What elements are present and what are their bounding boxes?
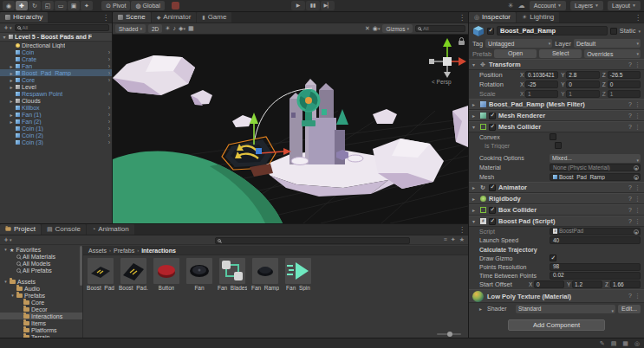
object-picker-icon[interactable]: ◉ (634, 165, 639, 171)
scale-x-field[interactable]: 1 (525, 90, 558, 98)
prefab-open-arrow-icon[interactable]: › (108, 105, 110, 111)
script-field[interactable]: #BoostPad◉ (550, 228, 641, 235)
hierarchy-item[interactable]: Directional Light (0, 42, 112, 48)
foldout-icon[interactable]: ▾ (2, 34, 7, 40)
prefab-open-arrow-icon[interactable]: › (108, 119, 110, 125)
help-icon[interactable]: ? (628, 293, 632, 300)
foldout-icon[interactable]: ▸ (9, 119, 14, 125)
hierarchy-item[interactable]: ▸ Fan › (0, 62, 112, 69)
foldout-icon[interactable]: ▸ (472, 113, 478, 119)
hierarchy-item[interactable]: Respawn Point › (0, 90, 112, 97)
help-icon[interactable]: ? (628, 113, 632, 119)
hierarchy-item[interactable]: Coin (2) › (0, 132, 112, 139)
panel-menu-icon[interactable]: ⋮ (459, 226, 465, 234)
rect-tool-button[interactable]: ▭ (55, 1, 67, 10)
global-toggle-button[interactable]: ◍Global (131, 1, 164, 10)
folder-tree-item[interactable]: Audio (0, 285, 82, 292)
foldout-icon[interactable]: ▸ (472, 184, 478, 190)
prefab-open-arrow-icon[interactable]: › (108, 63, 110, 69)
foldout-icon[interactable]: ▸ (472, 207, 478, 213)
hierarchy-item[interactable]: ▸ Level (0, 83, 112, 90)
hierarchy-item[interactable]: Coin (1) › (0, 125, 112, 132)
tab-lighting[interactable]: ☀Lighting (517, 12, 559, 23)
tab-animation[interactable]: ◔Animation (87, 223, 134, 235)
rigidbody-component-header[interactable]: ▸ Rigidbody ?⋮ (469, 193, 644, 204)
status-activity-icon[interactable]: ✎ (600, 340, 605, 347)
hierarchy-item[interactable]: Killbox › (0, 104, 112, 111)
launch-speed-field[interactable]: 40 (550, 236, 641, 244)
tab-inspector[interactable]: ◎Inspector (469, 12, 516, 23)
prefab-open-arrow-icon[interactable]: › (108, 112, 110, 118)
position-y-field[interactable]: 2.8 (566, 71, 599, 79)
mesh-renderer-component-header[interactable]: ▸ Mesh Renderer ?⋮ (469, 110, 644, 121)
foldout-icon[interactable]: ▸ (472, 196, 478, 202)
panel-menu-icon[interactable]: ⋮ (102, 14, 109, 22)
folder-tree-item[interactable]: Interactions (0, 313, 82, 319)
search-by-label-icon[interactable]: ✦ (451, 236, 456, 243)
scale-y-field[interactable]: 1 (566, 90, 599, 98)
prefab-open-arrow-icon[interactable]: › (108, 70, 110, 76)
scene-lighting-toggle-icon[interactable]: ☀ (165, 24, 170, 33)
tab-animator[interactable]: ◆Animator (152, 12, 197, 23)
folder-tree-item[interactable]: All Models (0, 260, 82, 267)
hierarchy-item[interactable]: ▸ Fan (2) › (0, 118, 112, 125)
gizmos-dropdown[interactable]: Gizmos▾ (382, 24, 413, 33)
prefab-open-arrow-icon[interactable]: › (108, 132, 110, 139)
start-offset-y-field[interactable]: 1.2 (572, 280, 602, 288)
convex-checkbox[interactable] (550, 133, 556, 140)
draw-gizmo-checkbox[interactable] (550, 255, 556, 261)
create-button[interactable]: ＋▾ (3, 23, 12, 32)
help-icon[interactable]: ? (628, 218, 632, 225)
component-enabled-checkbox[interactable] (489, 124, 496, 131)
asset-item[interactable]: Fan_Spin (284, 258, 312, 291)
foldout-icon[interactable]: ▸ (472, 101, 478, 107)
account-dropdown[interactable]: Account▼ (530, 1, 566, 10)
scene-3d-viewport[interactable]: < Persp (113, 35, 468, 223)
foldout-icon[interactable]: ▸ (9, 77, 14, 83)
layer-dropdown[interactable]: Default (574, 39, 641, 48)
tab-console[interactable]: ▤Console (42, 223, 86, 235)
help-icon[interactable]: ? (628, 184, 632, 191)
prefab-open-arrow-icon[interactable]: › (108, 77, 110, 83)
foldout-icon[interactable]: ▸ (9, 63, 14, 69)
shader-dropdown[interactable]: Standard (516, 305, 615, 313)
physic-material-field[interactable]: None (Physic Material)◉ (550, 164, 641, 171)
menu-icon[interactable]: ⋮ (634, 61, 641, 68)
time-between-points-field[interactable]: 0.02 (550, 272, 641, 280)
step-button[interactable]: ▶▏ (321, 1, 335, 10)
shader-edit-button[interactable]: Edit... (618, 305, 641, 313)
component-enabled-checkbox[interactable] (489, 207, 496, 214)
tab-hierarchy[interactable]: Hierarchy (0, 12, 48, 23)
hierarchy-item[interactable]: ▸ Clouds (0, 97, 112, 104)
mesh-collider-component-header[interactable]: ▾ Mesh Collider ?⋮ (469, 121, 644, 132)
menu-icon[interactable]: ⋮ (634, 293, 641, 300)
mesh-field[interactable]: Boost_Pad_Ramp◉ (550, 173, 641, 181)
thumbnail-zoom-knob[interactable] (447, 332, 452, 337)
box-collider-component-header[interactable]: ▸ Box Collider ?⋮ (469, 204, 644, 216)
position-z-field[interactable]: -26.5 (608, 71, 641, 79)
favorites-toggle-icon[interactable]: ★ (459, 236, 465, 243)
draw-mode-dropdown[interactable]: Shaded▾ (115, 24, 146, 33)
transform-component-header[interactable]: ▾ ✥ Transform ?⋮ (469, 59, 644, 70)
object-picker-icon[interactable]: ◉ (634, 229, 639, 235)
prefab-open-arrow-icon[interactable]: › (108, 91, 110, 97)
foldout-icon[interactable]: ▸ (479, 306, 485, 312)
camera-settings-icon[interactable]: ◉▾ (373, 24, 381, 33)
is-trigger-checkbox[interactable] (555, 142, 562, 149)
prefab-select-button[interactable]: Select (539, 49, 582, 58)
help-icon[interactable]: ? (628, 61, 632, 68)
cloud-icon[interactable]: ☁ (518, 1, 525, 10)
asset-item[interactable]: Fan_Ramp (251, 258, 279, 291)
menu-icon[interactable]: ⋮ (634, 184, 641, 191)
foldout-icon[interactable]: ▸ (9, 98, 14, 104)
hierarchy-item[interactable]: ▸ Core › (0, 76, 112, 83)
menu-icon[interactable]: ⋮ (634, 113, 641, 119)
animator-component-header[interactable]: ▸ ↻ Animator ?⋮ (469, 182, 644, 193)
hierarchy-item[interactable]: Coin (3) › (0, 139, 112, 145)
foldout-icon[interactable]: ▸ (9, 112, 14, 118)
pivot-toggle-button[interactable]: ⊙Pivot (101, 1, 130, 10)
component-enabled-checkbox[interactable] (489, 113, 496, 119)
position-x-field[interactable]: 0.1036421 (525, 71, 558, 79)
foldout-icon[interactable]: ▾ (472, 124, 478, 130)
project-search-input[interactable] (215, 237, 410, 244)
